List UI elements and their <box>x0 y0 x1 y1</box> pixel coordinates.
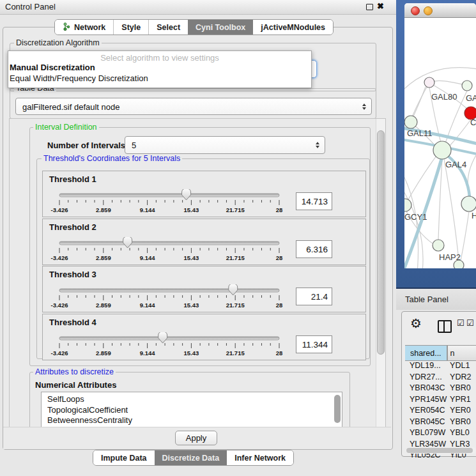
threshold-stack: Threshold 1-3.4262.8599.14415.4321.71528… <box>42 171 365 358</box>
network-graph: GAL80GACGAL11GAL4GCY1HHAP2 <box>404 18 476 268</box>
columns-icon[interactable] <box>438 320 452 333</box>
attribute-item[interactable]: SelfLoops <box>42 394 342 405</box>
network-node[interactable] <box>433 141 451 159</box>
svg-text:-3.426: -3.426 <box>51 302 68 309</box>
network-node[interactable] <box>433 240 444 251</box>
table-row[interactable]: YBR043CYBR0 <box>405 383 476 395</box>
threshold-value-field[interactable]: 21.4 <box>296 288 332 305</box>
svg-text:15.43: 15.43 <box>184 206 199 213</box>
group-title: Interval Definition <box>33 123 99 132</box>
table-row[interactable]: YDR27...YDR2 <box>405 372 476 384</box>
settings-scrollbar[interactable] <box>376 119 385 428</box>
column-header-shared-name[interactable]: shared... <box>405 346 447 360</box>
control-panel-tabs: NetworkStyleSelectCyni ToolboxjActiveMNo… <box>54 19 334 35</box>
tab-cyni-toolbox[interactable]: Cyni Toolbox <box>188 20 253 35</box>
checkbox-icon[interactable]: ☑ <box>457 318 464 328</box>
threshold-value-field[interactable]: 14.713 <box>296 192 332 210</box>
svg-text:15.43: 15.43 <box>184 254 199 261</box>
tab-network[interactable]: Network <box>55 20 113 35</box>
settings-scrollbar-thumb[interactable] <box>377 130 385 355</box>
algorithm-option-manual-discretization[interactable]: Manual Discretization <box>10 63 95 72</box>
node-label-gcy1: GCY1 <box>404 212 427 222</box>
threshold-slider[interactable]: -3.4262.8599.14415.4321.71528 <box>43 284 337 311</box>
zoom-traffic-light[interactable] <box>436 6 444 14</box>
table-row[interactable]: YER054CYER0 <box>405 406 476 417</box>
table-row[interactable]: YDL19...YDL1 <box>405 361 476 372</box>
svg-text:9.144: 9.144 <box>140 349 155 357</box>
network-edge <box>444 159 459 260</box>
cyni-mode-tabs: Impute DataDiscretize DataInfer Network <box>93 450 294 466</box>
slider-thumb[interactable] <box>158 332 167 343</box>
numerical-attributes-list[interactable]: SelfLoopsTopologicalCoefficientBetweenne… <box>41 392 342 428</box>
threshold-panel-3: Threshold 3-3.4262.8599.14415.4321.71528… <box>42 266 366 312</box>
attributes-group: Attributes to discretize Numerical Attri… <box>29 372 350 429</box>
table-scrollbar-thumb[interactable] <box>406 448 473 453</box>
network-window-titlebar[interactable] <box>404 3 476 18</box>
node-label-h: H <box>472 211 476 220</box>
number-of-intervals-label: Number of Intervals <box>47 141 125 150</box>
apply-button[interactable]: Apply <box>175 431 217 445</box>
attribute-item[interactable]: BetweennessCentrality <box>42 415 342 426</box>
panel-title: Control Panel <box>5 2 56 12</box>
tab-impute-data[interactable]: Impute Data <box>93 450 155 465</box>
threshold-value-field[interactable]: 6.316 <box>296 240 332 258</box>
close-traffic-light[interactable] <box>411 6 420 15</box>
slider-thumb[interactable] <box>229 284 238 295</box>
slider-thumb[interactable] <box>123 237 132 248</box>
minimize-traffic-light[interactable] <box>424 6 433 15</box>
network-node[interactable] <box>461 196 476 211</box>
number-of-intervals-combobox[interactable]: 5 <box>125 136 325 154</box>
numerical-attributes-label: Numerical Attributes <box>35 380 116 390</box>
interval-definition-group: Interval Definition Number of Intervals … <box>29 127 371 366</box>
attribute-item[interactable]: TopologicalCoefficient <box>42 405 342 416</box>
svg-text:21.715: 21.715 <box>226 206 245 213</box>
tab-style[interactable]: Style <box>113 20 148 35</box>
table-panel: ⚙ ☑ ☑ shared... n YDL19...YDL1YDR27...YD… <box>401 311 476 457</box>
checkbox-icon[interactable]: ☑ <box>466 318 474 328</box>
svg-text:9.144: 9.144 <box>140 206 155 213</box>
network-node[interactable] <box>424 77 434 88</box>
tab-discretize-data[interactable]: Discretize Data <box>155 450 227 465</box>
group-title: Attributes to discretize <box>33 367 116 376</box>
network-node[interactable] <box>462 81 472 91</box>
algorithm-hint: Select algorithm to view settings <box>8 53 311 63</box>
table-data-combobox[interactable]: galFiltered.sif default node <box>15 98 372 115</box>
table-row[interactable]: YBR045CYBR0 <box>405 417 476 429</box>
column-header-name[interactable]: n <box>447 346 476 360</box>
threshold-slider[interactable]: -3.4262.8599.14415.4321.71528 <box>43 332 337 358</box>
threshold-slider[interactable]: -3.4262.8599.14415.4321.71528 <box>43 237 337 263</box>
gear-icon[interactable]: ⚙ <box>410 316 422 331</box>
network-icon <box>63 22 74 33</box>
algorithm-dropdown-popup: Select algorithm to view settings Manual… <box>8 50 312 88</box>
threshold-value-field[interactable]: 11.344 <box>296 335 332 353</box>
table-row[interactable]: YPR145WYPR1 <box>405 395 476 406</box>
network-edge <box>405 156 436 205</box>
network-node[interactable] <box>404 116 417 128</box>
svg-text:-3.426: -3.426 <box>51 254 68 261</box>
node-label-c: C <box>470 118 476 127</box>
tab-select[interactable]: Select <box>148 20 188 35</box>
group-title: Discretization Algorithm <box>14 38 102 47</box>
float-window-icon[interactable] <box>366 4 373 10</box>
tab-jactivemnodules[interactable]: jActiveMNodules <box>253 20 333 35</box>
algorithm-option-equal-width-frequency-discretization[interactable]: Equal Width/Frequency Discretization <box>10 73 148 83</box>
network-canvas[interactable]: GAL80GACGAL11GAL4GCY1HHAP2 <box>404 18 476 268</box>
table-data-combobox-value: galFiltered.sif default node <box>22 102 119 111</box>
threshold-label: Threshold 3 <box>49 270 96 279</box>
table-panel-title: Table Panel <box>405 295 449 304</box>
close-icon[interactable]: ✖ <box>377 1 384 11</box>
svg-text:2.859: 2.859 <box>96 349 111 357</box>
node-label-hap2: HAP2 <box>439 252 461 262</box>
svg-text:15.43: 15.43 <box>184 349 199 357</box>
node-label-gal80: GAL80 <box>431 92 457 102</box>
combo-arrows-icon <box>362 104 366 110</box>
svg-text:-3.426: -3.426 <box>51 349 68 357</box>
attributes-scrollbar[interactable] <box>334 395 341 423</box>
table-row[interactable]: YBL079WYBL0 <box>405 428 476 440</box>
network-edge <box>461 211 469 261</box>
table-horizontal-scrollbar[interactable] <box>406 447 476 454</box>
tab-infer-network[interactable]: Infer Network <box>227 450 293 465</box>
network-node[interactable] <box>404 199 411 211</box>
slider-thumb[interactable] <box>182 189 191 200</box>
threshold-slider[interactable]: -3.4262.8599.14415.4321.71528 <box>43 189 337 215</box>
